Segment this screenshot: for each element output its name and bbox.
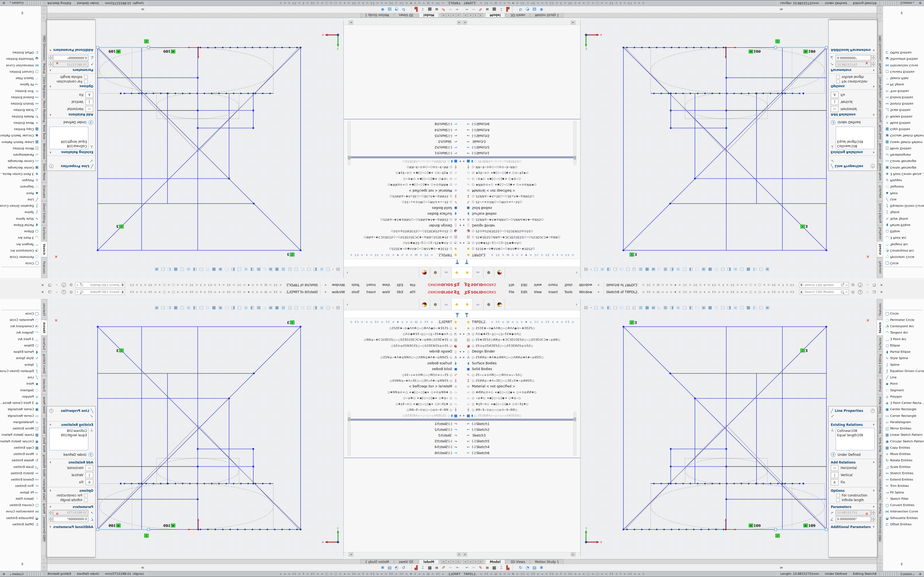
toolbar-icon-blue[interactable]: ❋ [381,565,384,570]
ok-check-icon[interactable]: ✓ [829,157,877,163]
commandmanager-tab-sheet-metal[interactable]: Sheet Metal [877,161,883,182]
view-cube-icon[interactable]: ◧ [607,305,611,310]
view-cube-icon[interactable]: ▦ [257,305,260,310]
angle-input[interactable]: 0.00000000° [836,55,871,60]
toolbar-icon[interactable]: ↧ [500,7,503,12]
toolbar-icon-blue[interactable]: ◔ [395,565,399,570]
tool-linear-sketch-pattern[interactable]: ▦Linear Sketch Pattern [2,139,40,145]
tool-parallelogram[interactable]: ▱Parallelogram [13,152,40,158]
tool-tangent-arc[interactable]: ◠Tangent Arc [884,241,908,247]
view-cube-icon[interactable]: ■ [746,305,750,310]
close-button[interactable]: ✕ [880,290,883,294]
tool-rotate-entities[interactable]: ↻Rotate Entities [11,113,40,119]
view-cube-icon[interactable]: ◧ [313,305,317,310]
tree-item[interactable]: ▶A○ Ƨ5ИИ◎∘✚Λ✚◎ИИΛ○∘○ΛИИ◎✚Λ✚∘◎ИƧ5○ [348,217,462,222]
tree-item[interactable]: ★○ Ƨ53Ε✚∘⊙◉ΛΛΦ○∘○ΦΛΛ◉⊙∘✚3ΕƧ5○ [348,325,462,331]
tool-fit-spline[interactable]: ↝Fit Spline [20,489,40,495]
tab-scroll-button[interactable]: ▶| [478,13,483,17]
angle-input[interactable]: 0.00000000° [53,55,88,60]
view-cube-icon[interactable]: ◰ [714,267,718,272]
tab-scroll-button[interactable]: ▶ [446,560,451,564]
tree-item-solid-bodies[interactable]: ◼Solid Bodies [462,205,576,211]
tool-centerpoint-arc[interactable]: ◔Centerpoint Arc [884,248,914,254]
tool-scale-entities[interactable]: ◿Scale Entities [13,464,40,470]
palette-overflow-chevron-icon[interactable]: ≫ [900,11,904,15]
tool-intersection-curve[interactable]: ⋈Intersection Curve [884,62,918,68]
toolbar-icon-blue[interactable]: ❋ [540,7,543,12]
minimize-button[interactable]: – [55,290,57,294]
tab-configurationmanager[interactable]: ⊕ [483,299,494,310]
toolbar-icon[interactable]: ≡ [435,565,439,570]
tool-circle[interactable]: ◯Circle [884,311,899,316]
commandmanager-tab-features[interactable]: Features [877,299,883,320]
tool-linear-sketch-pattern[interactable]: ▦Linear Sketch Pattern [884,432,922,438]
view-cube-icon[interactable]: ■ [708,267,712,272]
view-cube-icon[interactable]: □ [294,305,298,310]
commandmanager-tab-direct-editing[interactable]: Direct Editing [877,201,883,225]
doc-tab-3d-views[interactable]: 3D Views [394,559,418,564]
view-cube-icon[interactable]: ◧ [753,305,756,310]
user-account-icon[interactable]: ⊙ [851,290,855,294]
collapse-chevron-icon[interactable]: ∧ [872,423,875,427]
tool-mirror-entities[interactable]: ◫Mirror Entities [884,146,911,152]
tool-offset-entities[interactable]: ⊏Offset Entities [12,521,40,527]
tree-item[interactable]: ┼○ ИИ∘9∘⊙◎○∘○◎⊙∘9∘ИИ○ [348,164,462,170]
view-cube-icon[interactable]: ▣ [702,267,706,272]
tool-equation-driven-curve[interactable]: ƒEquation Driven Curve [0,368,40,374]
view-cube-icon[interactable]: ◰ [620,267,624,272]
angle-spinner[interactable]: ▲▼ [48,517,53,522]
tree-item[interactable]: ▱○ ✚ИИ◎⊙+○ ∗◉[○∘○]◉∗ ○+⊙◎ИИ✚○ [348,182,462,188]
tree-scrollbar[interactable] [573,121,577,165]
tool-parallelogram[interactable]: ▱Parallelogram [884,419,911,425]
tree-item[interactable]: ┼○ ИИ∘9∘⊙◎○∘○◎⊙∘9∘ИИ○ [462,407,576,413]
view-cube-icon[interactable]: ■ [708,305,712,310]
user-account-icon[interactable]: ⊙ [69,283,73,287]
tree-item-solid-bodies[interactable]: ◼Solid Bodies [348,366,462,372]
tree-item-surface-bodies[interactable]: ◖Surface Bodies [462,360,576,366]
expand-arrow-icon[interactable]: ▶ [458,350,462,353]
view-cube-icon[interactable]: ▣ [734,267,738,272]
search-icon[interactable] [81,291,83,293]
tool-segment[interactable]: ∷Segment [884,387,904,393]
view-cube-icon[interactable]: ■ [639,305,643,310]
view-cube-icon[interactable]: □ [695,267,699,272]
commandmanager-tab-weldments[interactable]: Weldments [41,416,47,436]
toolbar-icon-blue[interactable]: ↻ [519,565,522,570]
status-units-selector[interactable]: Custom ▴ [898,2,917,5]
commandmanager-tab-overflow[interactable]: ⁝ [877,563,883,571]
tree-item[interactable]: Σ○ Ƨ5ИИ◎∘✚Λ∪3Ε○∘○3Ε∪Λ✚∘◎ИИƧ5○ [462,193,576,199]
tree-item[interactable]: ★○ Ƨ53Ε✚∘⊙◉ΛΛΦ○∘○ΦΛΛ◉⊙∘✚3ΕƧ5○ [462,325,576,331]
minimize-button[interactable]: – [55,283,57,287]
scroll-left-icon[interactable]: ◀ [462,553,467,556]
collapse-chevron-icon[interactable]: ∧ [49,505,52,509]
tool-perimeter-circle[interactable]: ◌Perimeter Circle [884,254,914,260]
tree-item[interactable]: ▱○ ✚ИИ◎⊙+○ ∗◉[○∘○]◉∗ ○+⊙◎ИИ✚○ [348,389,462,395]
tool-3-point-arc[interactable]: ◡3 Point Arc [884,235,906,241]
menu-tools[interactable]: Tools [561,290,576,294]
view-cube-icon[interactable]: ■ [281,305,285,310]
status-end-icon[interactable]: ❖ [919,572,922,576]
tree-item-design-binder[interactable]: ▶▯Design Binder [348,349,462,355]
tool-equation-driven-curve[interactable]: ƒEquation Driven Curve [884,368,924,374]
tool-ellipse[interactable]: ○Ellipse [24,229,40,235]
view-cube-icon[interactable]: ◱ [288,267,291,272]
scroll-left-icon[interactable]: ◀ [462,21,467,24]
scroll-right-icon[interactable]: ▶ [349,21,353,24]
expand-arrow-icon[interactable]: ▶ [458,224,462,227]
menu-edit[interactable]: Edit [394,283,407,287]
view-cube-icon[interactable]: ▦ [664,305,667,310]
tool-3-point-arc[interactable]: ◡3 Point Arc [18,336,40,342]
expand-arrow-icon[interactable]: ▶ [458,414,462,417]
commandmanager-tab-surfaces[interactable]: Surfaces [877,225,883,241]
tool-perimeter-circle[interactable]: ◌Perimeter Circle [10,254,40,260]
collapse-chevron-icon[interactable]: ∧ [49,113,52,116]
tree-item-sketch3[interactable]: ⌐Sketch3 [348,432,462,438]
scrollbar-thumb[interactable] [348,156,351,160]
view-cube-icon[interactable]: □ [594,305,598,310]
view-cube-icon[interactable]: □ [307,305,311,310]
panel-divider[interactable] [462,458,580,458]
tool-ellipse[interactable]: ○Ellipse [24,342,40,348]
toolbar-icon[interactable]: ✒ [465,565,469,570]
toolbar-icon-blue[interactable]: ▤ [532,565,536,570]
commandmanager-tab-mbd-dimensions[interactable]: MBD Dimensions [41,516,47,542]
